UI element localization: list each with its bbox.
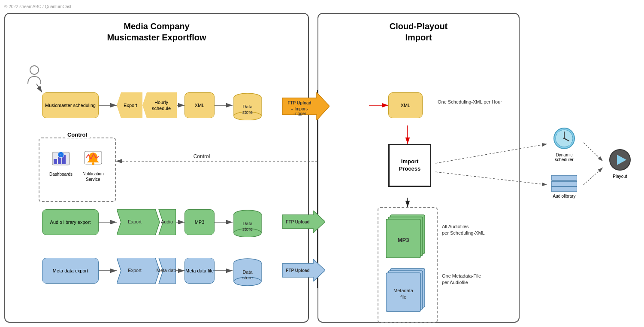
- svg-text:store: store: [242, 110, 253, 115]
- svg-line-22: [584, 168, 603, 185]
- svg-text:store: store: [242, 275, 253, 280]
- data-store-1: Data store: [233, 92, 263, 120]
- notification-service-icon-group: Notification Service: [78, 150, 108, 182]
- audio-library-export: Audio library export: [42, 209, 99, 235]
- export-audio-group: Export Audio: [117, 209, 176, 235]
- export-chevron-1: Export: [117, 92, 142, 118]
- svg-text:MP3: MP3: [398, 237, 409, 243]
- meta-data-export: Meta data export: [42, 258, 99, 284]
- svg-rect-86: [551, 175, 577, 180]
- right-box-title: Cloud-PlayoutImport: [318, 21, 519, 43]
- svg-text:Data: Data: [242, 104, 253, 109]
- playout-group: Playout: [605, 148, 635, 179]
- svg-text:FTP Upload: FTP Upload: [286, 220, 309, 224]
- svg-text:Metadata: Metadata: [393, 288, 414, 293]
- svg-point-24: [30, 66, 39, 74]
- import-process: Import Process: [388, 144, 431, 187]
- svg-rect-88: [551, 186, 577, 192]
- svg-text:Data: Data: [242, 221, 253, 226]
- svg-point-83: [563, 138, 565, 139]
- svg-text:Meta data: Meta data: [157, 268, 176, 273]
- control-label: Control: [65, 131, 90, 138]
- copyright-text: © 2022 streamABC / QuantumCast: [4, 4, 71, 9]
- svg-text:store: store: [242, 226, 253, 232]
- svg-text:Data: Data: [242, 269, 253, 275]
- data-store-3: Data store: [233, 258, 263, 286]
- dynamic-scheduler-group: Dynamic scheduler: [547, 127, 581, 162]
- svg-point-39: [92, 162, 94, 165]
- xml-right: XML: [388, 92, 423, 118]
- left-box-title: Media CompanyMusicmaster Exportflow: [5, 21, 308, 43]
- svg-text:↑: ↑: [60, 153, 62, 156]
- data-store-2: Data store: [233, 209, 263, 237]
- ftp-upload-2: FTP Upload: [282, 211, 325, 233]
- one-metadata-text: One Metadata-Fileper Audiofile: [442, 273, 519, 286]
- stacked-metadata: Metadata file: [384, 266, 431, 314]
- diagram-area: Media CompanyMusicmaster Exportflow Clou…: [4, 13, 640, 323]
- all-audiofiles-text: All Audiofilesper Scheduling-XML: [442, 223, 519, 237]
- musicmaster-scheduling: Musicmaster scheduling: [42, 92, 99, 118]
- svg-text:Audio: Audio: [161, 219, 173, 224]
- dashboards-icon-group: ↑ Dashboards: [48, 151, 74, 177]
- ftp-upload-3: FTP Upload: [282, 259, 325, 281]
- svg-text:Trigger: Trigger: [293, 111, 306, 116]
- audiolibrary-group: Audiolibrary: [547, 175, 581, 199]
- svg-text:FTP Upload: FTP Upload: [287, 101, 311, 105]
- mp3-1: MP3: [184, 209, 215, 235]
- svg-text:Export: Export: [128, 268, 142, 273]
- xml-1: XML: [184, 92, 215, 118]
- meta-data-file: Meta data file: [184, 258, 215, 284]
- svg-text:= Import-: = Import-: [291, 107, 308, 111]
- svg-text:Export: Export: [128, 219, 142, 224]
- user-icon: [26, 64, 43, 86]
- export-meta-group: Export Meta data: [117, 258, 176, 284]
- control-box: Control ↑ Dashboards Notif: [39, 138, 116, 202]
- one-scheduling-xml-text: One Scheduling-XML per Hour: [438, 99, 515, 105]
- ftp-upload-1: FTP Upload = Import- Trigger: [282, 92, 330, 120]
- svg-text:FTP Upload: FTP Upload: [286, 268, 309, 273]
- svg-line-21: [584, 143, 603, 161]
- stacked-mp3: MP3: [384, 213, 431, 260]
- hourly-schedule-chevron: Hourly schedule: [142, 92, 177, 118]
- svg-rect-87: [551, 181, 577, 186]
- svg-rect-33: [54, 159, 57, 164]
- svg-text:file: file: [400, 294, 406, 299]
